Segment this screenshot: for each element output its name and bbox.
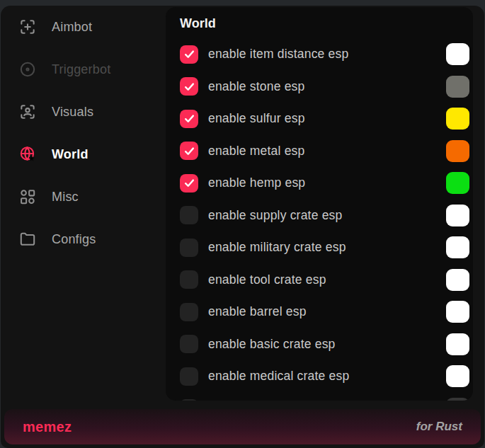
aimbot-crosshair-scan-icon [18,18,37,36]
brand-tagline: for Rust [416,420,462,434]
sidebar-item-label: Aimbot [52,20,92,35]
esp-option-row: enable barrel esp [180,296,459,328]
esp-option-row: enable sulfur esp [180,103,459,135]
world-globe-icon [18,145,37,163]
esp-color-swatch[interactable] [446,269,469,291]
brand-name: memez [23,419,72,435]
esp-color-swatch[interactable] [446,108,469,130]
sidebar-item-configs[interactable]: Configs [1,218,166,260]
esp-option-label: enable stone esp [208,79,305,94]
sidebar-item-triggerbot[interactable]: Triggerbot [1,48,166,91]
esp-option-row: enable tool crate esp [180,264,459,297]
esp-option-label: enable sulfur esp [208,111,305,126]
esp-color-swatch[interactable] [446,172,469,194]
esp-option-label: enable metal esp [208,144,304,159]
esp-color-swatch[interactable] [446,140,469,162]
sidebar-item-label: Misc [52,190,79,205]
esp-option-row: enable military crate esp [180,231,459,264]
sidebar-item-label: Triggerbot [52,62,110,77]
esp-color-swatch[interactable] [446,43,469,65]
visuals-face-scan-icon [18,103,37,121]
esp-option-label: enable supply crate esp [208,208,342,223]
esp-option-row: enable supply crate esp [180,200,459,232]
esp-option-row: enable hemp esp [180,167,459,200]
esp-checkbox[interactable] [180,174,198,193]
esp-checkbox[interactable] [180,110,198,128]
misc-shapes-grid-icon [18,188,37,206]
esp-option-row: enable medical crate esp [180,360,459,393]
esp-checkbox[interactable] [180,367,198,386]
esp-checkbox[interactable] [180,335,198,353]
esp-option-label: enable military crate esp [208,240,346,255]
esp-checkbox[interactable] [180,206,198,224]
sidebar-item-visuals[interactable]: Visuals [1,91,166,133]
configs-folder-icon [18,230,37,248]
world-settings-panel: World enable item distance esp enable st… [166,7,473,401]
esp-option-row: enable basic crate esp [180,328,459,361]
esp-options-list: enable item distance esp enable stone es… [180,38,459,401]
esp-color-swatch[interactable] [446,76,469,98]
footer-bar: memez for Rust [4,409,481,444]
sidebar-item-aimbot[interactable]: Aimbot [1,6,166,48]
esp-option-label: enable basic crate esp [208,337,336,352]
esp-color-swatch[interactable] [446,333,469,355]
sidebar-item-label: World [52,147,89,162]
esp-checkbox[interactable] [180,303,198,321]
triggerbot-circle-dot-icon [18,60,37,79]
esp-option-label: enable hemp esp [208,176,305,190]
esp-option-label: enable barrel esp [208,304,307,319]
sidebar-item-world[interactable]: World [1,133,166,176]
sidebar-item-label: Configs [52,232,96,247]
esp-color-swatch[interactable] [446,205,469,226]
sidebar: Aimbot Triggerbot Visuals World Misc Con… [1,6,166,260]
esp-checkbox[interactable] [180,270,198,289]
esp-option-label: enable item distance esp [208,47,348,62]
sidebar-item-label: Visuals [52,105,93,120]
esp-color-swatch[interactable] [446,398,469,401]
esp-option-label: enable medical crate esp [208,369,349,384]
esp-option-row: enable stone esp [180,71,459,103]
panel-title: World [180,16,459,32]
cheat-menu-window: Aimbot Triggerbot Visuals World Misc Con… [1,6,484,448]
esp-option-row: enable metal esp [180,135,459,168]
esp-color-swatch[interactable] [446,365,469,387]
esp-option-label: enable tool crate esp [208,272,326,287]
esp-color-swatch[interactable] [446,236,469,258]
esp-checkbox[interactable] [180,399,198,401]
sidebar-item-misc[interactable]: Misc [1,176,166,218]
esp-checkbox[interactable] [180,239,198,257]
esp-color-swatch[interactable] [446,301,469,323]
esp-checkbox[interactable] [180,45,198,64]
esp-option-row: enable item distance esp [180,38,459,71]
esp-option-row [180,393,459,401]
esp-checkbox[interactable] [180,77,198,96]
esp-checkbox[interactable] [180,142,198,160]
